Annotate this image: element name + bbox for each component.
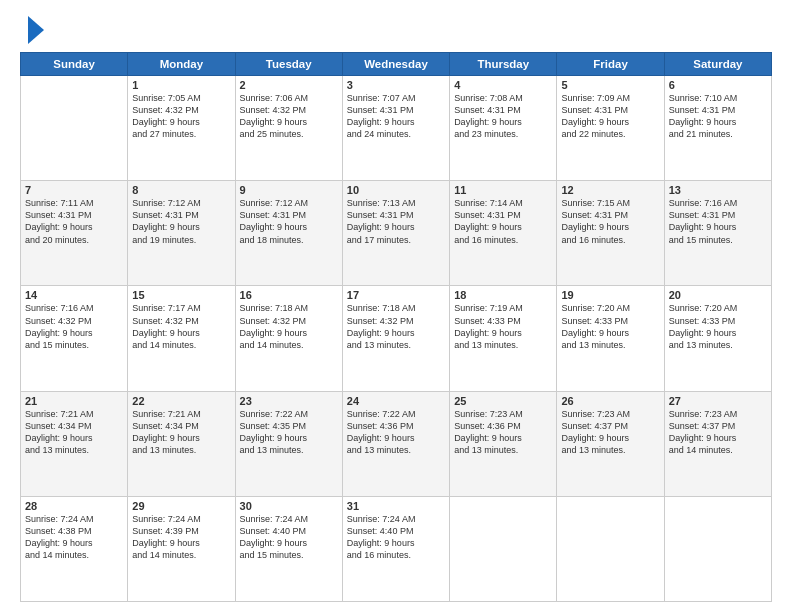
day-info: Sunrise: 7:19 AMSunset: 4:33 PMDaylight:…: [454, 302, 552, 351]
day-number: 12: [561, 184, 659, 196]
col-header-thursday: Thursday: [450, 53, 557, 76]
day-number: 19: [561, 289, 659, 301]
page: SundayMondayTuesdayWednesdayThursdayFrid…: [0, 0, 792, 612]
col-header-friday: Friday: [557, 53, 664, 76]
calendar-cell: 1Sunrise: 7:05 AMSunset: 4:32 PMDaylight…: [128, 76, 235, 181]
day-info: Sunrise: 7:08 AMSunset: 4:31 PMDaylight:…: [454, 92, 552, 141]
day-info: Sunrise: 7:16 AMSunset: 4:32 PMDaylight:…: [25, 302, 123, 351]
col-header-saturday: Saturday: [664, 53, 771, 76]
day-info: Sunrise: 7:21 AMSunset: 4:34 PMDaylight:…: [132, 408, 230, 457]
calendar-cell: 23Sunrise: 7:22 AMSunset: 4:35 PMDayligh…: [235, 391, 342, 496]
calendar-cell: 18Sunrise: 7:19 AMSunset: 4:33 PMDayligh…: [450, 286, 557, 391]
day-info: Sunrise: 7:14 AMSunset: 4:31 PMDaylight:…: [454, 197, 552, 246]
calendar-cell: 24Sunrise: 7:22 AMSunset: 4:36 PMDayligh…: [342, 391, 449, 496]
day-number: 13: [669, 184, 767, 196]
day-info: Sunrise: 7:23 AMSunset: 4:37 PMDaylight:…: [561, 408, 659, 457]
day-number: 30: [240, 500, 338, 512]
col-header-sunday: Sunday: [21, 53, 128, 76]
calendar-cell: 16Sunrise: 7:18 AMSunset: 4:32 PMDayligh…: [235, 286, 342, 391]
day-info: Sunrise: 7:15 AMSunset: 4:31 PMDaylight:…: [561, 197, 659, 246]
day-info: Sunrise: 7:21 AMSunset: 4:34 PMDaylight:…: [25, 408, 123, 457]
calendar-cell: 28Sunrise: 7:24 AMSunset: 4:38 PMDayligh…: [21, 496, 128, 601]
day-number: 17: [347, 289, 445, 301]
calendar-cell: 9Sunrise: 7:12 AMSunset: 4:31 PMDaylight…: [235, 181, 342, 286]
calendar-cell: 2Sunrise: 7:06 AMSunset: 4:32 PMDaylight…: [235, 76, 342, 181]
day-number: 2: [240, 79, 338, 91]
calendar-cell: 12Sunrise: 7:15 AMSunset: 4:31 PMDayligh…: [557, 181, 664, 286]
day-number: 4: [454, 79, 552, 91]
day-number: 1: [132, 79, 230, 91]
calendar-cell: 6Sunrise: 7:10 AMSunset: 4:31 PMDaylight…: [664, 76, 771, 181]
day-info: Sunrise: 7:05 AMSunset: 4:32 PMDaylight:…: [132, 92, 230, 141]
calendar-cell: 29Sunrise: 7:24 AMSunset: 4:39 PMDayligh…: [128, 496, 235, 601]
day-info: Sunrise: 7:24 AMSunset: 4:40 PMDaylight:…: [347, 513, 445, 562]
day-info: Sunrise: 7:23 AMSunset: 4:36 PMDaylight:…: [454, 408, 552, 457]
day-info: Sunrise: 7:07 AMSunset: 4:31 PMDaylight:…: [347, 92, 445, 141]
day-info: Sunrise: 7:12 AMSunset: 4:31 PMDaylight:…: [240, 197, 338, 246]
day-number: 15: [132, 289, 230, 301]
calendar-cell: 27Sunrise: 7:23 AMSunset: 4:37 PMDayligh…: [664, 391, 771, 496]
calendar-cell: 30Sunrise: 7:24 AMSunset: 4:40 PMDayligh…: [235, 496, 342, 601]
calendar-cell: [664, 496, 771, 601]
day-number: 11: [454, 184, 552, 196]
day-info: Sunrise: 7:17 AMSunset: 4:32 PMDaylight:…: [132, 302, 230, 351]
calendar-cell: 31Sunrise: 7:24 AMSunset: 4:40 PMDayligh…: [342, 496, 449, 601]
day-info: Sunrise: 7:16 AMSunset: 4:31 PMDaylight:…: [669, 197, 767, 246]
calendar-cell: 21Sunrise: 7:21 AMSunset: 4:34 PMDayligh…: [21, 391, 128, 496]
week-row-5: 28Sunrise: 7:24 AMSunset: 4:38 PMDayligh…: [21, 496, 772, 601]
day-number: 22: [132, 395, 230, 407]
logo-arrow-icon: [28, 16, 44, 44]
header-row: SundayMondayTuesdayWednesdayThursdayFrid…: [21, 53, 772, 76]
day-number: 3: [347, 79, 445, 91]
day-number: 21: [25, 395, 123, 407]
day-number: 25: [454, 395, 552, 407]
day-number: 6: [669, 79, 767, 91]
calendar-cell: 4Sunrise: 7:08 AMSunset: 4:31 PMDaylight…: [450, 76, 557, 181]
header: [20, 16, 772, 44]
col-header-monday: Monday: [128, 53, 235, 76]
week-row-3: 14Sunrise: 7:16 AMSunset: 4:32 PMDayligh…: [21, 286, 772, 391]
day-number: 20: [669, 289, 767, 301]
calendar-cell: 26Sunrise: 7:23 AMSunset: 4:37 PMDayligh…: [557, 391, 664, 496]
day-info: Sunrise: 7:10 AMSunset: 4:31 PMDaylight:…: [669, 92, 767, 141]
day-info: Sunrise: 7:20 AMSunset: 4:33 PMDaylight:…: [669, 302, 767, 351]
col-header-tuesday: Tuesday: [235, 53, 342, 76]
calendar-cell: [450, 496, 557, 601]
day-number: 8: [132, 184, 230, 196]
day-number: 14: [25, 289, 123, 301]
day-info: Sunrise: 7:12 AMSunset: 4:31 PMDaylight:…: [132, 197, 230, 246]
day-number: 28: [25, 500, 123, 512]
day-info: Sunrise: 7:13 AMSunset: 4:31 PMDaylight:…: [347, 197, 445, 246]
day-number: 18: [454, 289, 552, 301]
calendar-cell: 3Sunrise: 7:07 AMSunset: 4:31 PMDaylight…: [342, 76, 449, 181]
day-info: Sunrise: 7:09 AMSunset: 4:31 PMDaylight:…: [561, 92, 659, 141]
day-info: Sunrise: 7:18 AMSunset: 4:32 PMDaylight:…: [347, 302, 445, 351]
day-info: Sunrise: 7:22 AMSunset: 4:36 PMDaylight:…: [347, 408, 445, 457]
calendar-cell: [557, 496, 664, 601]
week-row-1: 1Sunrise: 7:05 AMSunset: 4:32 PMDaylight…: [21, 76, 772, 181]
calendar-cell: [21, 76, 128, 181]
day-number: 5: [561, 79, 659, 91]
day-info: Sunrise: 7:24 AMSunset: 4:40 PMDaylight:…: [240, 513, 338, 562]
calendar-cell: 22Sunrise: 7:21 AMSunset: 4:34 PMDayligh…: [128, 391, 235, 496]
week-row-2: 7Sunrise: 7:11 AMSunset: 4:31 PMDaylight…: [21, 181, 772, 286]
calendar-cell: 10Sunrise: 7:13 AMSunset: 4:31 PMDayligh…: [342, 181, 449, 286]
logo: [20, 16, 44, 44]
day-info: Sunrise: 7:06 AMSunset: 4:32 PMDaylight:…: [240, 92, 338, 141]
day-number: 29: [132, 500, 230, 512]
calendar-cell: 8Sunrise: 7:12 AMSunset: 4:31 PMDaylight…: [128, 181, 235, 286]
day-info: Sunrise: 7:24 AMSunset: 4:38 PMDaylight:…: [25, 513, 123, 562]
calendar-cell: 11Sunrise: 7:14 AMSunset: 4:31 PMDayligh…: [450, 181, 557, 286]
day-number: 31: [347, 500, 445, 512]
day-number: 24: [347, 395, 445, 407]
week-row-4: 21Sunrise: 7:21 AMSunset: 4:34 PMDayligh…: [21, 391, 772, 496]
day-info: Sunrise: 7:23 AMSunset: 4:37 PMDaylight:…: [669, 408, 767, 457]
day-number: 7: [25, 184, 123, 196]
day-number: 9: [240, 184, 338, 196]
calendar-cell: 19Sunrise: 7:20 AMSunset: 4:33 PMDayligh…: [557, 286, 664, 391]
calendar-table: SundayMondayTuesdayWednesdayThursdayFrid…: [20, 52, 772, 602]
calendar-cell: 15Sunrise: 7:17 AMSunset: 4:32 PMDayligh…: [128, 286, 235, 391]
calendar-cell: 7Sunrise: 7:11 AMSunset: 4:31 PMDaylight…: [21, 181, 128, 286]
calendar-cell: 20Sunrise: 7:20 AMSunset: 4:33 PMDayligh…: [664, 286, 771, 391]
day-number: 26: [561, 395, 659, 407]
